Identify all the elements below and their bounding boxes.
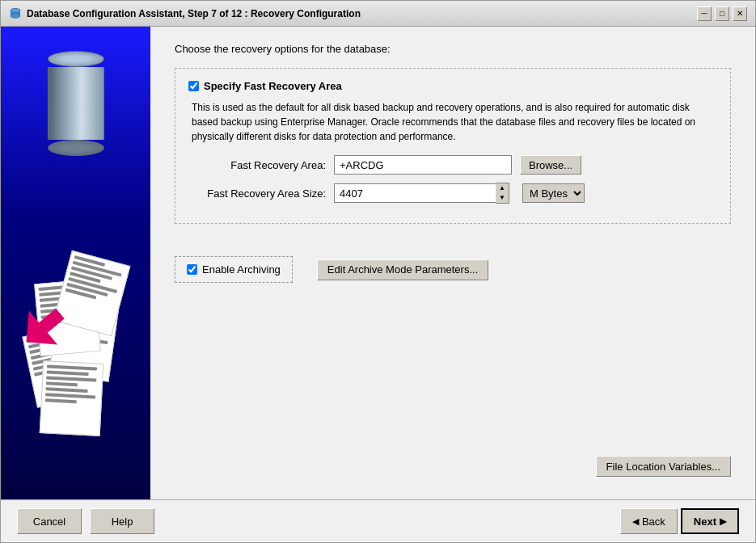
title-buttons: ─ □ ✕ bbox=[697, 6, 747, 21]
db-cylinder bbox=[48, 51, 104, 156]
title-bar-left: Database Configuration Assistant, Step 7… bbox=[9, 7, 361, 20]
file-location-button[interactable]: File Location Variables... bbox=[596, 456, 731, 477]
main-window: Database Configuration Assistant, Step 7… bbox=[0, 0, 756, 543]
fra-description: This is used as the default for all disk… bbox=[192, 100, 717, 144]
app-icon bbox=[9, 7, 22, 20]
svg-point-3 bbox=[11, 8, 20, 12]
cylinder-body bbox=[48, 67, 104, 140]
cancel-button[interactable]: Cancel bbox=[17, 508, 82, 534]
archive-checkbox-row: Enable Archiving bbox=[175, 256, 293, 283]
bottom-bar: Cancel Help ◀ Back Next ▶ bbox=[1, 499, 755, 542]
instruction-text: Choose the recovery options for the data… bbox=[175, 43, 731, 55]
title-bar: Database Configuration Assistant, Step 7… bbox=[1, 1, 755, 27]
minimize-button[interactable]: ─ bbox=[697, 6, 712, 21]
fra-size-spinner: ▲ ▼ bbox=[334, 183, 509, 204]
specify-fra-checkbox[interactable] bbox=[188, 81, 199, 91]
spinner-down-button[interactable]: ▼ bbox=[496, 193, 509, 203]
left-panel bbox=[1, 27, 150, 499]
cylinder-bottom bbox=[48, 140, 104, 156]
next-button[interactable]: Next ▶ bbox=[681, 508, 739, 534]
back-arrow-icon: ◀ bbox=[632, 516, 639, 527]
help-button[interactable]: Help bbox=[90, 508, 154, 534]
fra-field-row: Fast Recovery Area: +ARCDG Browse... bbox=[188, 155, 717, 175]
svg-point-2 bbox=[11, 14, 20, 18]
back-label: Back bbox=[642, 516, 665, 528]
back-button[interactable]: ◀ Back bbox=[620, 508, 678, 534]
cylinder-top bbox=[48, 51, 104, 67]
fra-section: Specify Fast Recovery Area This is used … bbox=[175, 68, 731, 224]
paper-doc-5 bbox=[40, 360, 104, 436]
title-text: Database Configuration Assistant, Step 7… bbox=[27, 8, 361, 19]
edit-archive-button[interactable]: Edit Archive Mode Parameters... bbox=[317, 259, 488, 280]
fra-size-row: Fast Recovery Area Size: ▲ ▼ M Bytes G B… bbox=[188, 183, 717, 204]
enable-archiving-label: Enable Archiving bbox=[202, 263, 281, 276]
right-panel: Choose the recovery options for the data… bbox=[150, 27, 755, 499]
specify-fra-row: Specify Fast Recovery Area bbox=[188, 80, 717, 92]
papers-container bbox=[13, 208, 134, 435]
fra-size-input[interactable] bbox=[334, 183, 496, 203]
fra-label: Fast Recovery Area: bbox=[188, 159, 326, 171]
spinner-buttons: ▲ ▼ bbox=[496, 183, 509, 204]
unit-select[interactable]: M Bytes G Bytes bbox=[522, 183, 585, 203]
fra-input[interactable]: +ARCDG bbox=[334, 155, 512, 175]
paper-doc-4 bbox=[53, 250, 131, 336]
archiving-section: Enable Archiving Edit Archive Mode Param… bbox=[175, 248, 731, 291]
close-button[interactable]: ✕ bbox=[733, 6, 747, 21]
browse-button[interactable]: Browse... bbox=[520, 155, 581, 175]
fra-size-label: Fast Recovery Area Size: bbox=[188, 187, 326, 200]
restore-button[interactable]: □ bbox=[715, 6, 729, 21]
nav-right-buttons: ◀ Back Next ▶ bbox=[620, 508, 739, 534]
panel-image bbox=[1, 27, 150, 499]
specify-fra-label: Specify Fast Recovery Area bbox=[204, 80, 342, 92]
bottom-left-buttons: Cancel Help bbox=[17, 508, 154, 534]
next-label: Next bbox=[694, 516, 716, 528]
enable-archiving-checkbox[interactable] bbox=[187, 264, 197, 275]
content-area: Choose the recovery options for the data… bbox=[1, 27, 755, 499]
file-location-row: File Location Variables... bbox=[175, 456, 731, 477]
spinner-up-button[interactable]: ▲ bbox=[496, 183, 509, 193]
next-arrow-icon: ▶ bbox=[720, 516, 726, 527]
spacer bbox=[175, 291, 731, 456]
